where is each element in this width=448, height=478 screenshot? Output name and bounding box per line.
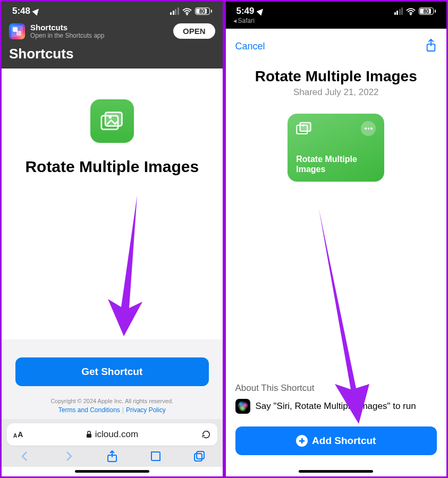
status-time: 5:49 — [236, 6, 255, 16]
card-title: Rotate Multiple Images — [296, 154, 376, 174]
shortcut-title: Rotate Multiple Images — [20, 158, 204, 176]
battery-icon: 80 — [195, 7, 212, 15]
tabs-button[interactable] — [193, 450, 206, 465]
svg-rect-11 — [300, 123, 311, 131]
screenshot-right: 5:49 80 Safari Cancel Rotate Multiple Im… — [224, 0, 449, 478]
app-banner: Shortcuts Open in the Shortcuts app OPEN — [2, 18, 223, 46]
status-bar: 5:48 80 — [2, 2, 223, 18]
siri-text: Say "Siri, Rotate Multiple Images" to ru… — [256, 401, 416, 412]
svg-rect-4 — [87, 434, 91, 438]
cancel-button[interactable]: Cancel — [235, 41, 265, 52]
banner-title: Shortcuts — [30, 23, 168, 32]
share-button[interactable] — [106, 450, 119, 465]
about-label: About This Shortcut — [235, 383, 437, 394]
reload-icon[interactable] — [201, 430, 211, 439]
status-bar: 5:49 80 — [226, 2, 447, 16]
siri-icon — [235, 399, 250, 414]
shortcut-sheet: Cancel Rotate Multiple Images Shared Jul… — [226, 31, 447, 476]
forward-button[interactable] — [62, 450, 75, 465]
wifi-icon — [182, 7, 192, 15]
back-to-safari[interactable]: Safari — [226, 16, 447, 29]
status-time: 5:48 — [12, 6, 30, 16]
get-shortcut-button[interactable]: Get Shortcut — [15, 357, 209, 386]
bookmarks-button[interactable] — [149, 450, 162, 465]
cellular-icon — [170, 7, 179, 15]
shortcuts-app-icon — [9, 23, 25, 39]
terms-link[interactable]: Terms and Conditions — [58, 406, 120, 414]
svg-point-0 — [187, 14, 188, 15]
svg-point-3 — [108, 116, 112, 119]
location-icon — [256, 7, 265, 16]
location-icon — [32, 7, 41, 16]
screenshot-left: 5:48 80 Shortcuts Open in the Shortcuts … — [0, 0, 224, 478]
shortcut-card[interactable]: Rotate Multiple Images — [288, 114, 384, 182]
back-button[interactable] — [19, 450, 31, 465]
svg-point-8 — [410, 14, 411, 15]
text-size-icon[interactable]: AA — [13, 430, 23, 439]
wifi-icon — [406, 7, 416, 15]
page-header: Shortcuts — [2, 46, 223, 69]
bottom-section: Get Shortcut Copyright © 2024 Apple Inc.… — [2, 339, 223, 419]
plus-icon — [296, 435, 308, 447]
home-indicator — [299, 470, 373, 473]
open-button[interactable]: OPEN — [173, 23, 215, 39]
home-indicator — [75, 470, 149, 473]
svg-rect-7 — [197, 451, 204, 459]
address-bar[interactable]: AA icloud.com — [7, 423, 217, 446]
svg-rect-6 — [195, 454, 202, 461]
siri-suggestion: Say "Siri, Rotate Multiple Images" to ru… — [235, 399, 437, 414]
banner-subtitle: Open in the Shortcuts app — [30, 32, 168, 39]
shared-date: Shared July 21, 2022 — [226, 87, 447, 98]
lock-icon — [86, 431, 92, 438]
shortcut-thumbnail-icon — [90, 99, 134, 143]
main-content: Rotate Multiple Images — [2, 69, 223, 339]
sheet-title: Rotate Multiple Images — [226, 57, 447, 87]
svg-point-12 — [302, 125, 304, 126]
copyright-text: Copyright © 2024 Apple Inc. All rights r… — [15, 398, 209, 404]
legal-links: Terms and Conditions|Privacy Policy — [15, 406, 209, 414]
safari-toolbar: AA icloud.com — [2, 419, 223, 467]
url-text: icloud.com — [95, 429, 138, 440]
more-icon[interactable] — [361, 121, 376, 136]
battery-icon: 80 — [419, 7, 436, 15]
share-button[interactable] — [425, 38, 437, 54]
add-shortcut-button[interactable]: Add Shortcut — [235, 426, 437, 455]
photos-icon — [296, 122, 312, 135]
privacy-link[interactable]: Privacy Policy — [126, 406, 166, 414]
cellular-icon — [394, 7, 403, 15]
